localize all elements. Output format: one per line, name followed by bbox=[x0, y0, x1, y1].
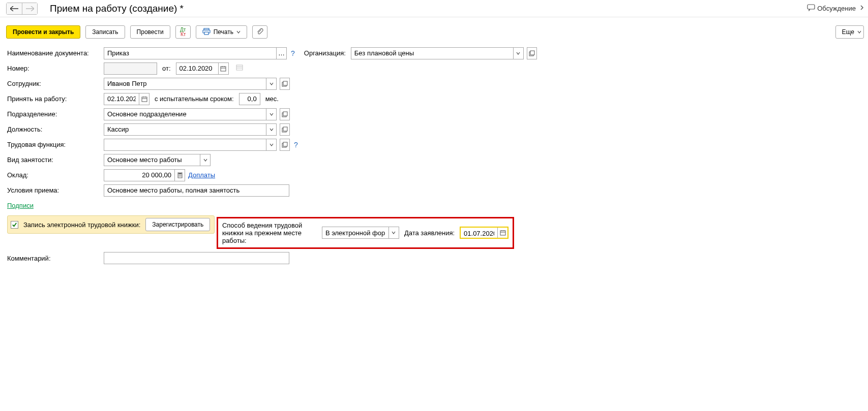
etk-checkbox[interactable] bbox=[11, 221, 18, 229]
conditions-label: Условия приема: bbox=[7, 186, 104, 194]
department-label: Подразделение: bbox=[7, 110, 104, 118]
svg-rect-1 bbox=[204, 28, 209, 30]
svg-rect-19 bbox=[282, 113, 286, 117]
more-button[interactable]: Еще bbox=[835, 25, 864, 39]
chat-icon bbox=[807, 4, 815, 13]
app-date-calendar-button[interactable] bbox=[497, 228, 507, 238]
org-dropdown-button[interactable] bbox=[513, 48, 523, 59]
labor-function-dropdown-button[interactable] bbox=[266, 139, 276, 150]
department-dropdown-button[interactable] bbox=[266, 109, 276, 120]
highlight-box: Способ ведения трудовой книжки на прежне… bbox=[217, 217, 514, 249]
paperclip-icon bbox=[256, 28, 263, 37]
book-method-input[interactable] bbox=[322, 227, 388, 238]
history-icon[interactable] bbox=[236, 64, 243, 73]
svg-rect-4 bbox=[529, 52, 533, 56]
org-input-group bbox=[351, 47, 524, 59]
post-and-close-button[interactable]: Провести и закрыть bbox=[6, 25, 80, 39]
salary-calc-button[interactable] bbox=[174, 170, 185, 181]
position-input[interactable] bbox=[104, 124, 266, 135]
svg-point-27 bbox=[178, 175, 179, 175]
probation-input[interactable] bbox=[240, 93, 260, 105]
nav-back-button[interactable] bbox=[7, 3, 22, 14]
number-input-group bbox=[104, 62, 157, 75]
print-button[interactable]: Печать bbox=[196, 25, 247, 39]
position-dropdown-button[interactable] bbox=[266, 124, 276, 135]
comment-input[interactable] bbox=[104, 252, 289, 264]
comment-label: Комментарий: bbox=[7, 255, 104, 262]
book-method-label: Способ ведения трудовой книжки на прежне… bbox=[222, 222, 319, 244]
svg-rect-25 bbox=[178, 173, 182, 178]
attachments-button[interactable] bbox=[252, 25, 267, 39]
employment-type-dropdown-button[interactable] bbox=[200, 154, 210, 166]
salary-input[interactable] bbox=[104, 170, 174, 181]
svg-rect-23 bbox=[282, 143, 286, 147]
doc-name-label: Наименование документа: bbox=[7, 49, 104, 57]
register-button[interactable]: Зарегистрировать bbox=[145, 218, 210, 231]
svg-rect-22 bbox=[283, 127, 287, 131]
employment-type-input[interactable] bbox=[104, 154, 200, 166]
discuss-caret-icon[interactable] bbox=[860, 5, 864, 12]
labor-function-label: Трудовая функция: bbox=[7, 141, 104, 148]
page-title: Прием на работу (создание) * bbox=[50, 3, 184, 14]
svg-rect-24 bbox=[283, 142, 287, 146]
date-input[interactable] bbox=[176, 63, 218, 74]
doc-name-input-group: … bbox=[104, 47, 287, 59]
date-input-group bbox=[176, 62, 229, 75]
conditions-input-group bbox=[104, 184, 289, 197]
dtkt-button[interactable]: ДтКт bbox=[175, 25, 191, 39]
svg-rect-10 bbox=[236, 65, 243, 70]
position-input-group bbox=[104, 123, 277, 136]
post-button[interactable]: Провести bbox=[130, 25, 170, 39]
discuss-label: Обсуждение bbox=[817, 5, 856, 12]
doc-name-browse-button[interactable]: … bbox=[276, 48, 286, 59]
department-input-group bbox=[104, 108, 277, 120]
svg-rect-14 bbox=[283, 81, 287, 85]
labor-function-input[interactable] bbox=[104, 139, 266, 150]
print-label: Печать bbox=[214, 28, 233, 36]
app-date-input[interactable] bbox=[461, 228, 497, 239]
employment-type-label: Вид занятости: bbox=[7, 156, 104, 164]
department-open-button[interactable] bbox=[280, 108, 290, 120]
date-calendar-button[interactable] bbox=[218, 63, 228, 74]
position-open-button[interactable] bbox=[280, 123, 290, 136]
svg-point-28 bbox=[179, 175, 180, 175]
svg-rect-0 bbox=[807, 5, 815, 9]
help-icon[interactable]: ? bbox=[293, 141, 298, 149]
discuss-button[interactable]: Обсуждение bbox=[807, 4, 856, 13]
labor-function-open-button[interactable] bbox=[280, 139, 290, 151]
help-icon[interactable]: ? bbox=[290, 49, 295, 57]
book-method-dropdown-button[interactable] bbox=[388, 227, 399, 238]
conditions-input[interactable] bbox=[104, 185, 289, 196]
employee-open-button[interactable] bbox=[280, 78, 290, 90]
more-label: Еще bbox=[842, 28, 854, 36]
hire-date-input[interactable] bbox=[104, 93, 139, 105]
hire-date-input-group bbox=[104, 93, 149, 105]
salary-label: Оклад: bbox=[7, 171, 104, 179]
employee-input[interactable] bbox=[104, 78, 266, 89]
svg-rect-5 bbox=[530, 51, 534, 55]
save-button[interactable]: Записать bbox=[85, 25, 125, 39]
dtkt-icon: ДтКт bbox=[180, 27, 186, 37]
extras-link[interactable]: Доплаты bbox=[188, 171, 215, 179]
toolbar: Провести и закрыть Записать Провести ДтК… bbox=[0, 17, 868, 44]
labor-function-input-group bbox=[104, 139, 277, 151]
comment-input-group bbox=[104, 252, 289, 264]
etk-panel: Запись электронной трудовой книжки: Заре… bbox=[7, 215, 215, 234]
signatures-link[interactable]: Подписи bbox=[7, 202, 34, 209]
svg-point-30 bbox=[178, 176, 179, 176]
etk-label: Запись электронной трудовой книжки: bbox=[23, 221, 140, 229]
department-input[interactable] bbox=[104, 109, 266, 120]
probation-label: с испытательным сроком: bbox=[153, 95, 236, 103]
org-open-button[interactable] bbox=[527, 47, 537, 59]
book-method-input-group bbox=[322, 227, 399, 239]
position-label: Должность: bbox=[7, 125, 104, 133]
employee-dropdown-button[interactable] bbox=[266, 78, 276, 89]
svg-rect-6 bbox=[221, 67, 226, 71]
hire-date-calendar-button[interactable] bbox=[139, 93, 149, 105]
form: Наименование документа: … ? Организация:… bbox=[0, 44, 868, 266]
number-input[interactable] bbox=[104, 63, 157, 74]
doc-name-input[interactable] bbox=[104, 48, 276, 59]
probation-input-group bbox=[239, 93, 260, 105]
org-input[interactable] bbox=[351, 48, 513, 59]
nav-forward-button[interactable] bbox=[22, 3, 37, 14]
